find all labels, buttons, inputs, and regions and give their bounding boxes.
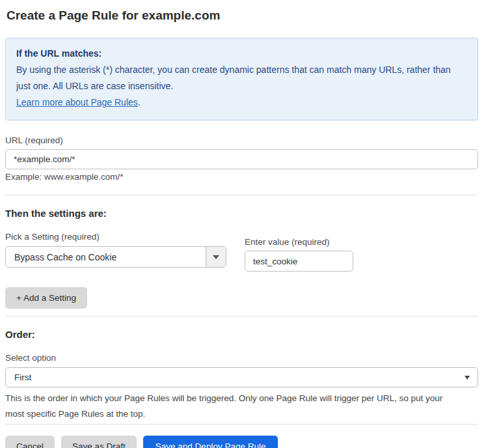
section-divider (5, 195, 478, 195)
chevron-down-icon (213, 255, 219, 259)
info-box-link-line: Learn more about Page Rules. (16, 94, 467, 111)
setting-select-label: Pick a Setting (required) (5, 232, 226, 242)
form-actions: Cancel Save as Draft Save and Deploy Pag… (5, 436, 478, 448)
link-suffix: . (138, 97, 141, 107)
info-box-heading: If the URL matches: (16, 46, 467, 62)
setting-value-input[interactable] (245, 251, 353, 272)
settings-section-heading: Then the settings are: (5, 208, 478, 219)
url-field-label: URL (required) (5, 135, 478, 146)
order-select-value: First (14, 372, 31, 382)
order-section-heading: Order: (5, 329, 478, 340)
setting-select[interactable]: Bypass Cache on Cookie (5, 246, 226, 268)
footer-divider (5, 424, 478, 425)
save-and-deploy-button[interactable]: Save and Deploy Page Rule (143, 436, 278, 448)
setting-select-value: Bypass Cache on Cookie (6, 247, 206, 267)
url-matches-info-box: If the URL matches: By using the asteris… (5, 38, 478, 120)
value-field-label: Enter value (required) (245, 237, 353, 247)
order-select-label: Select option (5, 353, 478, 363)
url-input[interactable] (5, 149, 478, 169)
learn-more-page-rules-link[interactable]: Learn more about Page Rules (16, 97, 138, 107)
setting-select-arrow-button[interactable] (206, 247, 226, 267)
order-helper-text: This is the order in which your Page Rul… (5, 391, 461, 422)
chevron-down-icon (465, 376, 470, 380)
order-select[interactable]: First (5, 367, 478, 387)
setting-row: Pick a Setting (required) Bypass Cache o… (5, 232, 478, 272)
create-page-rule-form: Create a Page Rule for example.com If th… (0, 8, 488, 448)
page-title: Create a Page Rule for example.com (7, 8, 478, 23)
setting-select-column: Pick a Setting (required) Bypass Cache o… (5, 232, 226, 268)
info-box-body: By using the asterisk (*) character, you… (16, 62, 467, 94)
cancel-button[interactable]: Cancel (5, 436, 55, 448)
setting-value-column: Enter value (required) (245, 237, 353, 272)
url-example-helper: Example: www.example.com/* (5, 172, 478, 182)
save-as-draft-button[interactable]: Save as Draft (61, 436, 137, 448)
add-setting-button[interactable]: + Add a Setting (5, 287, 87, 309)
section-divider (5, 316, 478, 316)
